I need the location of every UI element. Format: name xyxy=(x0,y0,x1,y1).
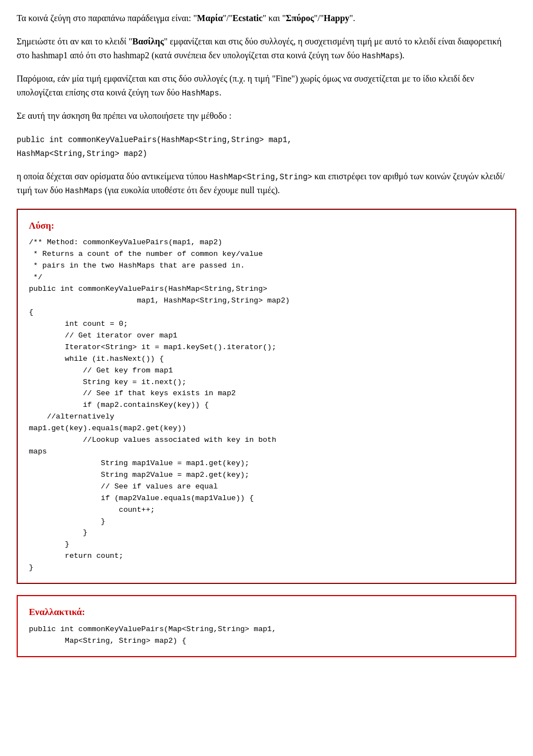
main-content: Τα κοινά ζεύγη στο παραπάνω παράδειγμα ε… xyxy=(17,11,516,657)
paragraph3: Παρόμοια, εάν μία τιμή εμφανίζεται και σ… xyxy=(17,72,516,100)
paragraph5: η οποία δέχεται σαν ορίσματα δύο αντικεί… xyxy=(17,169,516,198)
solution-box: Λύση: /** Method: commonKeyValuePairs(ma… xyxy=(17,209,516,584)
paragraph2: Σημειώστε ότι αν και το κλειδί "Βασίλης"… xyxy=(17,34,516,63)
solution-label: Λύση: xyxy=(29,219,504,233)
solution-code: /** Method: commonKeyValuePairs(map1, ma… xyxy=(29,237,504,574)
method-signature-block: public int commonKeyValuePairs(HashMap<S… xyxy=(17,132,516,160)
alternative-box: Εναλλακτικά: public int commonKeyValuePa… xyxy=(17,595,516,657)
paragraph4: Σε αυτή την άσκηση θα πρέπει να υλοποιήσ… xyxy=(17,109,516,123)
paragraph1: Τα κοινά ζεύγη στο παραπάνω παράδειγμα ε… xyxy=(17,11,516,26)
alternative-code: public int commonKeyValuePairs(Map<Strin… xyxy=(29,624,504,647)
alternative-label: Εναλλακτικά: xyxy=(29,605,504,619)
